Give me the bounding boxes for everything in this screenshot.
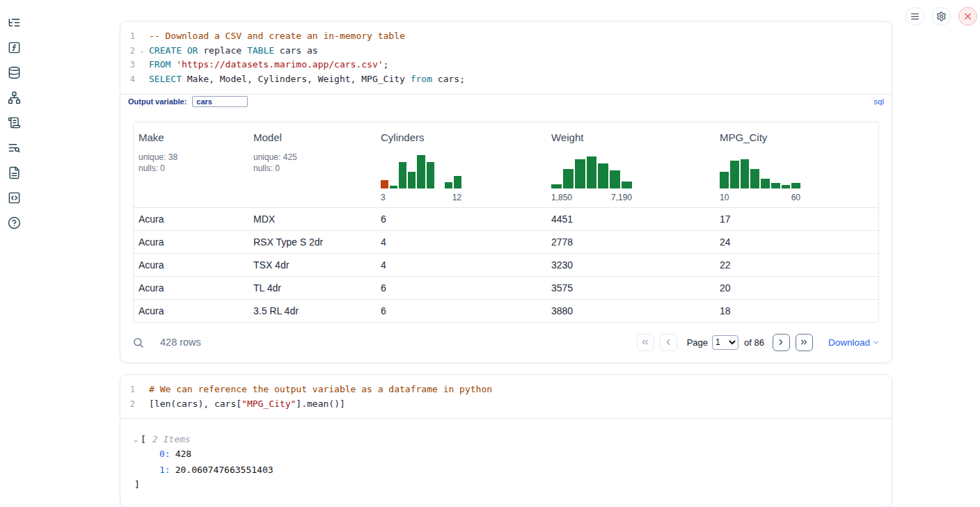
- page-label: Page: [687, 337, 708, 348]
- column-header-make[interactable]: Makeunique: 38nulls: 0: [134, 122, 248, 207]
- menu-button[interactable]: [906, 7, 924, 26]
- tree-value: 428: [175, 449, 191, 459]
- documentation-icon[interactable]: [7, 166, 21, 179]
- histogram-bar: [730, 161, 739, 188]
- table-header: Makeunique: 38nulls: 0Modelunique: 425nu…: [134, 122, 878, 207]
- sql-code-editor[interactable]: 1-- Download a CSV and create an in-memo…: [120, 22, 892, 94]
- dependency-graph-icon[interactable]: [7, 90, 21, 104]
- histogram-bar: [390, 186, 397, 188]
- histogram-bar: [791, 183, 800, 188]
- fold-chevron-icon[interactable]: ⌄: [135, 44, 149, 58]
- download-button[interactable]: Download: [828, 337, 880, 348]
- histogram: [720, 155, 800, 188]
- code-text: CREATE OR replace TABLE cars as: [149, 44, 318, 58]
- code-line: 2⌄CREATE OR replace TABLE cars as: [120, 44, 892, 58]
- close-icon: [963, 11, 973, 22]
- column-header-weight[interactable]: Weight1,8507,190: [546, 122, 715, 207]
- gear-icon: [936, 11, 947, 22]
- table-cell: 18: [715, 305, 879, 316]
- gutter: [135, 397, 149, 412]
- histogram-bar: [427, 162, 434, 188]
- chevrons-right-icon: [799, 337, 809, 347]
- line-number: 1: [126, 29, 135, 44]
- histogram-min-label: 10: [720, 193, 729, 202]
- chevron-left-icon: [663, 337, 673, 347]
- table-cell: Acura: [134, 214, 248, 225]
- chevrons-left-icon: [640, 337, 650, 347]
- table-cell: 6: [376, 214, 546, 225]
- line-number: 2: [126, 397, 135, 412]
- code-text: # We can reference the output variable a…: [149, 383, 492, 397]
- histogram-bar: [598, 163, 608, 188]
- column-header-mpg_city[interactable]: MPG_City1060: [715, 122, 879, 207]
- histogram-bar: [417, 155, 425, 188]
- histogram-bar: [399, 162, 406, 188]
- column-header-model[interactable]: Modelunique: 425nulls: 0: [248, 122, 376, 207]
- line-number: 3: [126, 58, 135, 72]
- histogram-bar: [381, 180, 388, 188]
- histogram-bar: [741, 159, 750, 188]
- search-icon[interactable]: [132, 337, 144, 348]
- histogram-bar: [622, 182, 632, 188]
- histogram-bar: [750, 169, 759, 188]
- close-button[interactable]: [958, 7, 977, 26]
- code-line: 2[len(cars), cars["MPG_City"].mean()]: [120, 397, 892, 412]
- settings-button[interactable]: [932, 7, 951, 26]
- histogram-bar: [408, 172, 416, 188]
- table-row: AcuraTSX 4dr4323022: [134, 253, 878, 276]
- histogram-min-label: 1,850: [551, 193, 572, 202]
- histogram-bar: [782, 185, 791, 188]
- topbar-controls: [906, 7, 977, 26]
- column-header-cylinders[interactable]: Cylinders312: [376, 122, 546, 207]
- outline-icon[interactable]: [7, 115, 21, 129]
- table-row: AcuraTL 4dr6357520: [134, 276, 878, 299]
- table-row: Acura3.5 RL 4dr6388018: [134, 299, 878, 322]
- table-cell: TL 4dr: [248, 282, 376, 293]
- histogram-max-label: 7,190: [611, 193, 632, 202]
- table-cell: 3230: [546, 259, 715, 271]
- table-cell: Acura: [134, 259, 248, 271]
- column-stats: unique: 425nulls: 0: [253, 152, 376, 174]
- output-variable-bar: Output variable: sql: [120, 94, 892, 109]
- functions-icon[interactable]: [7, 40, 21, 54]
- file-explorer-icon[interactable]: [7, 15, 21, 29]
- tree-key: 1:: [159, 465, 171, 475]
- page-select[interactable]: 1: [712, 335, 738, 350]
- column-name: MPG_City: [720, 131, 879, 143]
- logs-icon[interactable]: [7, 140, 21, 154]
- datasources-icon[interactable]: [7, 65, 21, 79]
- code-line: 1-- Download a CSV and create an in-memo…: [120, 29, 892, 44]
- table-cell: 6: [376, 305, 546, 316]
- code-text: -- Download a CSV and create an in-memor…: [149, 29, 405, 44]
- next-page-button[interactable]: [773, 334, 790, 351]
- first-page-button[interactable]: [637, 334, 654, 351]
- python-code-editor[interactable]: 1# We can reference the output variable …: [120, 375, 892, 418]
- menu-icon: [910, 11, 920, 22]
- table-cell: 4: [376, 236, 546, 248]
- chevron-right-icon: [776, 337, 786, 347]
- notebook: 1-- Download a CSV and create an in-memo…: [120, 21, 892, 507]
- previous-page-button[interactable]: [660, 334, 677, 351]
- histogram-bar: [610, 170, 620, 188]
- chevron-down-icon: [872, 339, 880, 346]
- column-name: Make: [139, 131, 248, 143]
- null-count: nulls: 0: [139, 163, 248, 174]
- table-cell: 17: [715, 214, 879, 225]
- snippets-icon[interactable]: [7, 191, 21, 204]
- help-icon[interactable]: [7, 216, 21, 230]
- column-name: Model: [253, 131, 376, 143]
- output-variable-input[interactable]: [192, 96, 248, 107]
- table-cell: 24: [715, 236, 879, 248]
- table-cell: Acura: [134, 236, 248, 248]
- histogram-range: 1060: [720, 193, 800, 202]
- open-bracket: [: [141, 433, 146, 446]
- table-cell: 6: [376, 282, 546, 293]
- histogram-bar: [720, 172, 729, 188]
- unique-count: unique: 38: [139, 152, 248, 163]
- collapse-chevron-icon[interactable]: ⌄: [134, 433, 138, 446]
- tree-entry: 0:428: [134, 446, 892, 462]
- close-bracket: ]: [134, 478, 892, 492]
- last-page-button[interactable]: [796, 334, 813, 351]
- histogram: [551, 155, 632, 188]
- gutter: [135, 72, 149, 87]
